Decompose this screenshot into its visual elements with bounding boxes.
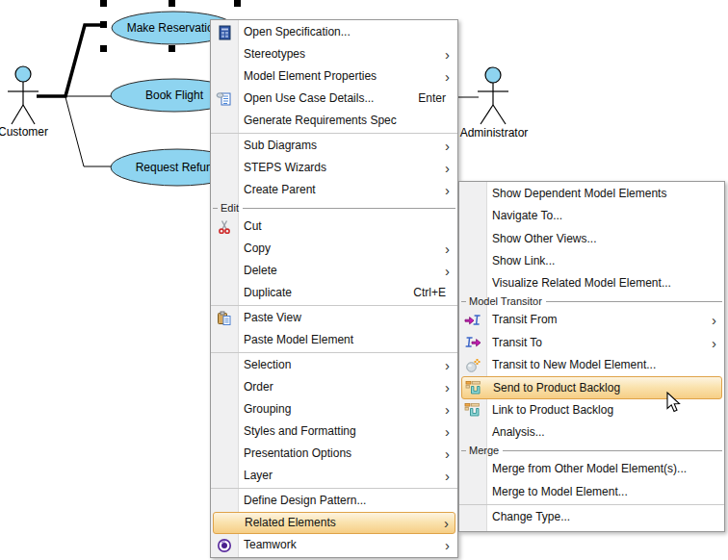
submenu-arrow-icon: › xyxy=(445,135,450,157)
menu-item-label: Open Use Case Details... xyxy=(244,91,374,105)
actor-administrator[interactable]: Administrator xyxy=(460,67,529,140)
menu-item-label: Define Design Pattern... xyxy=(244,494,366,507)
paste-view-icon xyxy=(216,310,233,327)
menu-item-label: Visualize Related Model Element... xyxy=(492,276,671,290)
shortcut-label: Enter xyxy=(418,88,446,110)
association-customer-request-refund[interactable] xyxy=(65,97,112,166)
menu-group-separator-model-transitor: Model Transitor xyxy=(459,294,724,309)
menu-item-label: Merge from Other Model Element(s)... xyxy=(492,462,687,475)
menu-item-define-design-pattern[interactable]: Define Design Pattern... xyxy=(211,490,457,512)
open-use-case-details-icon xyxy=(216,90,233,108)
menu-item-send-to-product-backlog[interactable]: Send to Product Backlog xyxy=(461,376,722,398)
menu-item-label: Open Specification... xyxy=(244,25,351,38)
menu-item-show-link[interactable]: Show Link... xyxy=(459,250,724,272)
menu-item-merge-from-other-model-elements[interactable]: Merge from Other Model Element(s)... xyxy=(459,458,724,480)
menu-item-transit-to-new-model-element[interactable]: Transit to New Model Element... xyxy=(459,354,724,376)
menu-item-label: STEPS Wizards xyxy=(244,161,326,174)
menu-item-presentation-options[interactable]: Presentation Options › xyxy=(211,443,457,465)
submenu-arrow-icon: › xyxy=(445,534,450,556)
menu-item-label: Related Elements xyxy=(245,516,336,529)
open-specification-icon xyxy=(216,24,233,41)
group-label: Edit xyxy=(218,201,243,216)
menu-item-transit-from[interactable]: Transit From › xyxy=(459,309,724,331)
submenu-arrow-icon: › xyxy=(445,354,450,376)
actor-label: Administrator xyxy=(460,126,529,140)
menu-separator xyxy=(211,133,457,134)
menu-item-grouping[interactable]: Grouping › xyxy=(211,398,457,420)
transit-from-icon xyxy=(464,312,481,329)
menu-item-label: Order xyxy=(244,380,273,394)
menu-item-label: Paste View xyxy=(244,311,301,324)
group-label: Merge xyxy=(466,444,503,458)
menu-item-open-specification[interactable]: Open Specification... xyxy=(211,21,457,43)
menu-item-stereotypes[interactable]: Stereotypes › xyxy=(211,43,457,65)
menu-item-delete[interactable]: Delete › xyxy=(211,260,457,282)
menu-item-create-parent[interactable]: Create Parent › xyxy=(211,179,457,201)
menu-item-label: Stereotypes xyxy=(244,47,305,61)
menu-item-order[interactable]: Order › xyxy=(211,376,457,398)
send-to-product-backlog-icon xyxy=(465,379,482,396)
menu-item-label: Layer xyxy=(244,469,273,482)
menu-item-show-other-views[interactable]: Show Other Views... xyxy=(459,228,724,250)
menu-item-layer[interactable]: Layer › xyxy=(211,465,457,487)
menu-item-label: Model Element Properties xyxy=(244,69,377,83)
menu-item-label: Show Other Views... xyxy=(492,232,597,245)
group-label: Model Transitor xyxy=(466,294,546,309)
menu-item-label: Show Dependent Model Elements xyxy=(492,187,666,200)
menu-item-related-elements[interactable]: Related Elements › xyxy=(213,512,455,534)
menu-item-paste-view[interactable]: Paste View xyxy=(211,307,457,329)
menu-item-label: Send to Product Backlog xyxy=(493,381,620,395)
menu-item-label: Transit From xyxy=(492,313,558,326)
menu-item-label: Transit To xyxy=(492,336,542,349)
submenu-arrow-icon: › xyxy=(444,513,449,533)
menu-item-analysis[interactable]: Analysis... xyxy=(459,421,724,444)
menu-item-generate-requirements-spec[interactable]: Generate Requirements Spec xyxy=(211,110,457,132)
menu-item-transit-to[interactable]: Transit To › xyxy=(459,332,724,354)
menu-item-model-element-properties[interactable]: Model Element Properties › xyxy=(211,65,457,88)
actor-customer[interactable]: Customer xyxy=(0,66,48,139)
menu-item-teamwork[interactable]: Teamwork › xyxy=(211,534,457,556)
teamwork-icon xyxy=(216,537,233,554)
submenu-arrow-icon: › xyxy=(712,332,716,354)
submenu-arrow-icon: › xyxy=(445,65,450,88)
menu-item-paste-model-element[interactable]: Paste Model Element xyxy=(211,329,457,351)
link-to-product-backlog-icon xyxy=(464,401,481,419)
menu-item-change-type[interactable]: Change Type... xyxy=(459,506,724,528)
application-canvas: Make Reservation Book Flight Request Ref… xyxy=(0,0,728,560)
menu-item-duplicate[interactable]: Duplicate Ctrl+E xyxy=(211,282,457,304)
menu-separator xyxy=(211,352,457,353)
context-menu: Open Specification... Stereotypes › Mode… xyxy=(210,19,458,558)
submenu-arrow-icon: › xyxy=(445,420,450,443)
submenu-arrow-icon: › xyxy=(712,309,716,331)
menu-item-open-use-case-details[interactable]: Open Use Case Details... Enter xyxy=(211,88,457,110)
menu-item-selection[interactable]: Selection › xyxy=(211,354,457,376)
menu-item-visualize-related-model-element[interactable]: Visualize Related Model Element... xyxy=(459,272,724,294)
menu-item-styles-and-formatting[interactable]: Styles and Formatting › xyxy=(211,420,457,443)
menu-item-label: Paste Model Element xyxy=(244,333,353,346)
menu-item-cut[interactable]: Cut xyxy=(211,216,457,238)
menu-item-copy[interactable]: Copy › xyxy=(211,238,457,260)
menu-item-show-dependent-model-elements[interactable]: Show Dependent Model Elements xyxy=(459,183,724,205)
menu-group-separator-edit: Edit xyxy=(211,201,457,216)
menu-separator xyxy=(211,488,457,489)
menu-item-label: Merge to Model Element... xyxy=(492,485,628,498)
menu-item-label: Copy xyxy=(244,242,271,255)
menu-item-label: Sub Diagrams xyxy=(244,139,317,152)
submenu-arrow-icon: › xyxy=(445,238,450,260)
menu-item-steps-wizards[interactable]: STEPS Wizards › xyxy=(211,157,457,179)
menu-separator xyxy=(211,305,457,306)
shortcut-label: Ctrl+E xyxy=(413,282,446,304)
menu-item-label: Presentation Options xyxy=(244,446,351,460)
submenu-arrow-icon: › xyxy=(445,465,450,487)
menu-item-label: Styles and Formatting xyxy=(244,424,356,438)
menu-item-label: Navigate To... xyxy=(492,209,562,222)
association-customer-make-reservation[interactable] xyxy=(37,25,102,96)
menu-item-label: Generate Requirements Spec xyxy=(244,114,397,127)
menu-item-sub-diagrams[interactable]: Sub Diagrams › xyxy=(211,135,457,157)
menu-item-merge-to-model-element[interactable]: Merge to Model Element... xyxy=(459,481,724,503)
submenu-arrow-icon: › xyxy=(445,443,450,465)
menu-item-navigate-to[interactable]: Navigate To... xyxy=(459,205,724,227)
use-case-label: Book Flight xyxy=(145,89,204,102)
actor-label: Customer xyxy=(0,125,48,139)
menu-item-link-to-product-backlog[interactable]: Link to Product Backlog xyxy=(459,399,724,421)
